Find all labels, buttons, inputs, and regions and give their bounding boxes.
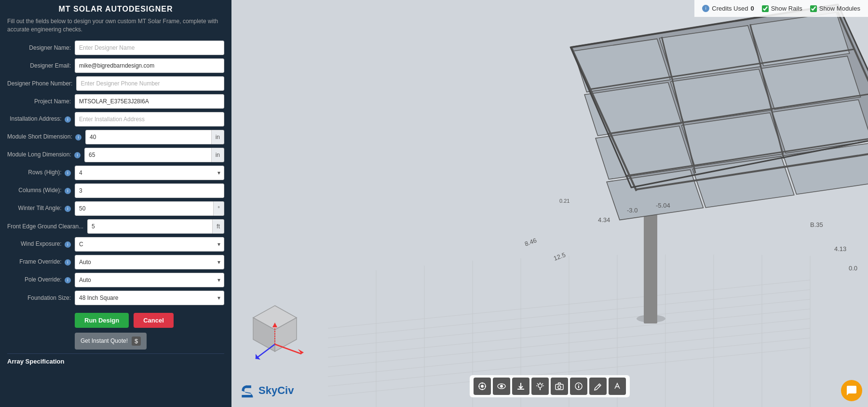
columns-row: Columns (Wide): i bbox=[7, 183, 224, 198]
show-modules-toggle[interactable]: Show Modules bbox=[810, 5, 860, 12]
foundation-size-select[interactable]: 48 Inch Square36 Inch Square60 Inch Squa… bbox=[75, 291, 224, 305]
chat-button[interactable] bbox=[841, 380, 862, 401]
winter-tilt-row: Winter Tilt Angle: i ° bbox=[7, 201, 224, 216]
module-short-dim-row: Module Short Dimension: i in bbox=[7, 130, 224, 144]
show-rails-toggle[interactable]: Show Rails bbox=[762, 5, 802, 12]
dim-label-8: 0.0 bbox=[849, 265, 857, 272]
svg-line-73 bbox=[598, 385, 600, 386]
dim-label-5: -5.04 bbox=[656, 202, 670, 209]
pole-override-select[interactable]: AutoOption1Option2 bbox=[75, 273, 224, 287]
winter-tilt-info-icon[interactable]: i bbox=[65, 206, 71, 212]
module-long-dim-input[interactable] bbox=[84, 148, 212, 162]
right-panel: i Credits Used 0 Show Rails Show Modules bbox=[231, 0, 868, 407]
columns-info-icon[interactable]: i bbox=[65, 188, 71, 194]
designer-phone-label: Designer Phone Number: bbox=[7, 80, 76, 87]
wind-exposure-select-wrap: ABCD bbox=[75, 237, 224, 252]
winter-tilt-unit: ° bbox=[214, 201, 224, 216]
cursor-tool-button[interactable] bbox=[474, 378, 491, 395]
front-edge-row: Front Edge Ground Clearan... ft bbox=[7, 219, 224, 234]
orientation-cube[interactable] bbox=[246, 301, 304, 359]
info-tool-button[interactable] bbox=[570, 378, 587, 395]
frame-override-row: Frame Override: i AutoOption1Option2 bbox=[7, 255, 224, 269]
frame-override-select-wrap: AutoOption1Option2 bbox=[75, 255, 224, 269]
winter-tilt-input[interactable] bbox=[75, 201, 214, 216]
pole-override-row: Pole Override: i AutoOption1Option2 bbox=[7, 273, 224, 287]
designer-email-row: Designer Email: bbox=[7, 58, 224, 73]
designer-email-label: Designer Email: bbox=[7, 62, 75, 69]
rows-select[interactable]: 123456 bbox=[75, 166, 224, 180]
columns-input[interactable] bbox=[75, 183, 224, 198]
project-name-row: Project Name: bbox=[7, 94, 224, 109]
installation-address-info-icon[interactable]: i bbox=[65, 116, 71, 123]
foundation-size-select-wrap: 48 Inch Square36 Inch Square60 Inch Squa… bbox=[75, 291, 224, 305]
designer-name-row: Designer Name: bbox=[7, 41, 224, 55]
dim-label-7: 4.13 bbox=[834, 245, 846, 253]
designer-phone-input[interactable] bbox=[76, 76, 224, 91]
download-tool-button[interactable] bbox=[512, 378, 529, 395]
winter-tilt-input-wrap: ° bbox=[75, 201, 224, 216]
credits-info: i Credits Used 0 bbox=[702, 5, 754, 12]
front-edge-unit: ft bbox=[213, 219, 224, 234]
show-rails-checkbox[interactable] bbox=[762, 5, 769, 12]
get-quote-label: Get Instant Quote! bbox=[81, 337, 128, 344]
designer-name-input[interactable] bbox=[75, 41, 224, 55]
light-tool-button[interactable] bbox=[531, 378, 549, 395]
project-name-label: Project Name: bbox=[7, 98, 75, 105]
module-long-dim-info-icon[interactable]: i bbox=[74, 152, 81, 158]
rows-info-icon[interactable]: i bbox=[65, 170, 71, 176]
designer-phone-row: Designer Phone Number: bbox=[7, 76, 224, 91]
dim-label-4: -3.0 bbox=[627, 207, 637, 214]
pole-override-select-wrap: AutoOption1Option2 bbox=[75, 273, 224, 287]
front-edge-input[interactable] bbox=[87, 219, 213, 234]
frame-override-label: Frame Override: i bbox=[7, 258, 75, 266]
credits-used-label: Credits Used bbox=[712, 5, 748, 12]
svg-line-65 bbox=[542, 383, 543, 384]
3d-scene[interactable]: 8.46 12.5 4.34 -3.0 -5.04 B.35 4.13 0.0 … bbox=[231, 0, 868, 407]
rows-row: Rows (High): i 123456 bbox=[7, 166, 224, 180]
module-long-dim-row: Module Long Dimension: i in bbox=[7, 148, 224, 162]
project-name-input[interactable] bbox=[75, 94, 224, 109]
get-quote-button[interactable]: Get Instant Quote! $ bbox=[75, 333, 147, 350]
view-tool-button[interactable] bbox=[493, 378, 510, 395]
show-modules-label: Show Modules bbox=[819, 5, 860, 12]
dim-label-3: 4.34 bbox=[598, 216, 610, 224]
installation-address-input[interactable] bbox=[75, 112, 224, 126]
dim-label-9: 0.21 bbox=[559, 198, 570, 204]
frame-override-select[interactable]: AutoOption1Option2 bbox=[75, 255, 224, 269]
designer-email-input[interactable] bbox=[75, 58, 224, 73]
foundation-size-row: Foundation Size: 48 Inch Square36 Inch S… bbox=[7, 291, 224, 305]
show-rails-label: Show Rails bbox=[771, 5, 802, 12]
wind-exposure-info-icon[interactable]: i bbox=[65, 241, 71, 248]
credits-info-icon[interactable]: i bbox=[702, 5, 709, 12]
module-short-dim-input[interactable] bbox=[85, 130, 212, 144]
action-buttons-row: Run Design Cancel bbox=[7, 313, 224, 328]
edit-tool-button[interactable] bbox=[589, 378, 607, 395]
designer-name-label: Designer Name: bbox=[7, 44, 75, 51]
front-edge-input-wrap: ft bbox=[87, 219, 224, 234]
front-edge-label: Front Edge Ground Clearan... bbox=[7, 223, 87, 230]
frame-override-info-icon[interactable]: i bbox=[65, 259, 71, 266]
module-long-dim-label: Module Long Dimension: i bbox=[7, 151, 84, 158]
winter-tilt-label: Winter Tilt Angle: i bbox=[7, 205, 75, 212]
array-spec-section-title: Array Specification bbox=[7, 353, 224, 367]
cancel-button[interactable]: Cancel bbox=[134, 313, 174, 328]
pole-override-label: Pole Override: i bbox=[7, 276, 75, 283]
module-long-dim-unit: in bbox=[212, 148, 224, 162]
camera-tool-button[interactable] bbox=[551, 378, 568, 395]
show-modules-checkbox[interactable] bbox=[810, 5, 817, 12]
module-short-dim-info-icon[interactable]: i bbox=[75, 134, 81, 140]
app-subtitle: Fill out the fields below to design your… bbox=[7, 17, 224, 34]
dim-label-6: B.35 bbox=[810, 221, 823, 228]
svg-point-52 bbox=[481, 385, 484, 388]
svg-point-58 bbox=[500, 385, 503, 388]
installation-address-label: Installation Address: i bbox=[7, 115, 75, 123]
run-design-button[interactable]: Run Design bbox=[75, 313, 129, 328]
wind-exposure-row: Wind Exposure: i ABCD bbox=[7, 237, 224, 252]
pen-tool-button[interactable] bbox=[609, 378, 626, 395]
wind-exposure-select[interactable]: ABCD bbox=[75, 237, 224, 252]
skyciv-logo-icon bbox=[239, 383, 255, 398]
pole-override-info-icon[interactable]: i bbox=[65, 277, 71, 283]
columns-label: Columns (Wide): i bbox=[7, 187, 75, 194]
module-long-dim-input-wrap: in bbox=[84, 148, 224, 162]
wind-exposure-label: Wind Exposure: i bbox=[7, 240, 75, 248]
